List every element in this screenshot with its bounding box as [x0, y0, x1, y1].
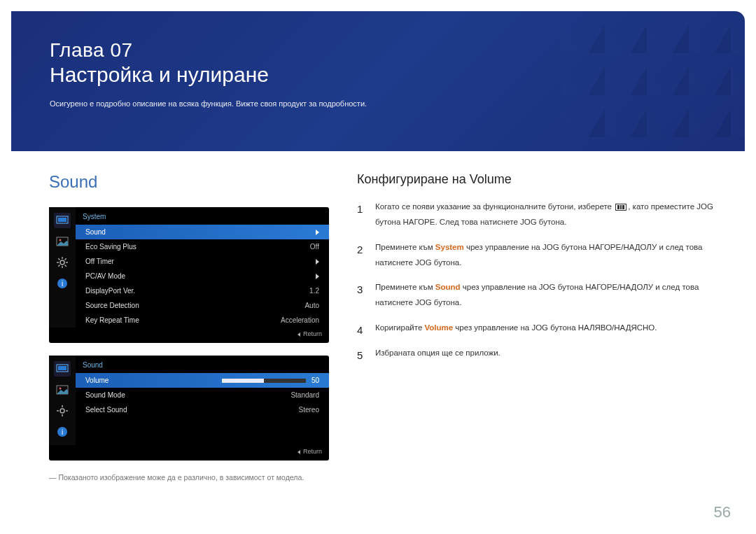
menu-icon	[615, 204, 626, 211]
osd-row[interactable]: Key Repeat Time Acceleration	[76, 313, 329, 328]
chapter-line: Глава 07	[50, 39, 706, 62]
osd-row-label: Sound Mode	[85, 391, 125, 399]
osd-row-label: Off Timer	[85, 258, 114, 265]
chevron-right-icon	[316, 274, 319, 279]
gear-icon	[54, 255, 71, 270]
monitor-icon	[54, 361, 71, 377]
svg-text:i: i	[62, 280, 63, 288]
osd-row-label: DisplayPort Ver.	[85, 287, 135, 295]
step-1: Когато се появи указание за функционални…	[357, 199, 718, 230]
svg-point-3	[59, 239, 62, 241]
step-3: Преминете към Sound чрез управление на J…	[357, 280, 718, 311]
osd-row-label: Volume	[85, 377, 108, 384]
osd-row[interactable]: Sound Mode Standard	[76, 388, 329, 402]
osd-title: Sound	[76, 356, 329, 373]
chevron-left-icon	[298, 450, 300, 454]
osd-row[interactable]: PC/AV Mode	[76, 269, 329, 283]
chapter-number: 07	[110, 39, 132, 61]
chapter-subtitle: Осигурено е подробно описание на всяка ф…	[50, 99, 706, 108]
osd-row-label: Sound	[85, 228, 106, 236]
gear-icon	[54, 403, 71, 419]
chevron-right-icon	[316, 259, 319, 265]
configure-volume-heading: Конфигуриране на Volume	[357, 172, 718, 187]
osd-sidebar: i	[49, 207, 76, 328]
osd-row[interactable]: Source Detection Auto	[76, 298, 329, 313]
svg-rect-1	[58, 218, 66, 222]
chapter-title: Настройка и нулиране	[50, 63, 706, 87]
osd-sidebar: i	[49, 356, 76, 445]
svg-text:i: i	[62, 428, 63, 436]
osd-row-label: PC/AV Mode	[85, 272, 125, 280]
osd-row[interactable]: DisplayPort Ver. 1.2	[76, 283, 329, 298]
info-icon: i	[54, 276, 71, 291]
model-footnote: Показаното изображение може да е различн…	[49, 473, 329, 482]
osd-row[interactable]: Eco Saving Plus Off	[76, 239, 329, 254]
section-heading-sound: Sound	[49, 172, 329, 192]
chapter-header: Глава 07 Настройка и нулиране Осигурено …	[11, 11, 745, 151]
step-5: Избраната опция ще се приложи.	[357, 346, 718, 361]
osd-row[interactable]: Off Timer	[76, 254, 329, 269]
osd-row-label: Source Detection	[85, 302, 139, 309]
svg-line-12	[65, 258, 66, 260]
osd-row-label: Key Repeat Time	[85, 316, 139, 324]
volume-slider[interactable]	[222, 379, 306, 383]
osd-row-label: Select Sound	[85, 406, 127, 414]
chapter-prefix: Глава	[50, 39, 104, 61]
volume-value: 50	[312, 377, 319, 384]
svg-line-10	[65, 265, 66, 267]
svg-point-19	[60, 409, 64, 413]
osd-row[interactable]: Sound	[76, 225, 329, 239]
svg-point-4	[60, 260, 64, 265]
monitor-icon	[54, 213, 71, 228]
osd-row-value: Off	[310, 243, 319, 251]
step-2: Преминете към System чрез управление на …	[357, 240, 718, 271]
picture-icon	[54, 234, 71, 249]
osd-row-label: Eco Saving Plus	[85, 243, 136, 251]
osd-row-value: Acceleration	[281, 316, 319, 324]
svg-rect-16	[58, 366, 66, 370]
page-number: 56	[714, 503, 731, 521]
svg-line-9	[58, 258, 59, 260]
osd-row-value: Standard	[290, 391, 319, 399]
svg-point-18	[59, 388, 62, 390]
step-4: Коригирайте Volume чрез управление на JO…	[357, 321, 718, 336]
osd-sound-panel: i Sound Volume 50 Sound Mode Standard	[49, 356, 329, 461]
osd-row-value: 1.2	[309, 287, 319, 295]
steps-list: Когато се появи указание за функционални…	[357, 199, 718, 361]
osd-title: System	[76, 207, 329, 225]
chevron-right-icon	[316, 230, 319, 235]
osd-row-value: Auto	[304, 302, 319, 309]
osd-row[interactable]: Select Sound Stereo	[76, 402, 329, 417]
osd-return[interactable]: Return	[49, 328, 329, 340]
info-icon: i	[54, 424, 71, 440]
chevron-left-icon	[298, 332, 300, 337]
osd-return[interactable]: Return	[49, 445, 329, 458]
picture-icon	[54, 382, 71, 398]
svg-line-11	[58, 265, 59, 267]
osd-system-panel: i System Sound Eco Saving Plus Off Off T…	[49, 207, 329, 343]
osd-row-volume[interactable]: Volume 50	[76, 373, 329, 388]
osd-row-value: Stereo	[299, 406, 319, 414]
